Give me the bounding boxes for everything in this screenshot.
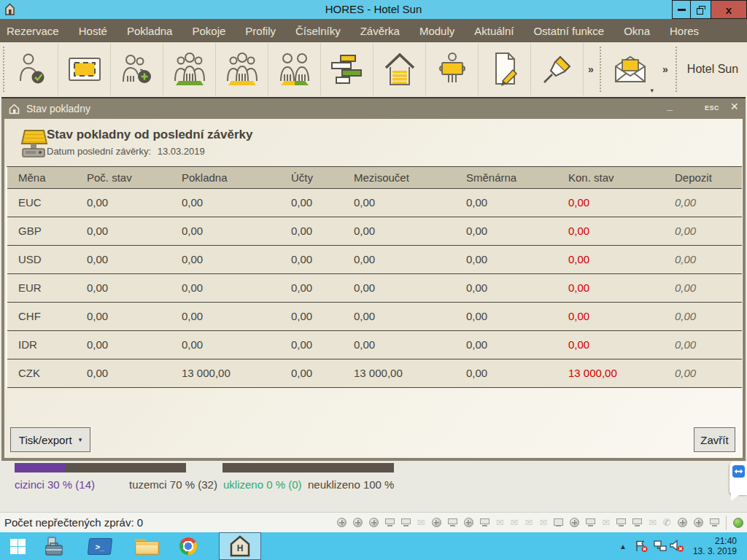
terminal-icon[interactable] [448,518,457,524]
window-close-button[interactable]: x [711,0,747,19]
dialog-body: Stav pokladny od poslední závěrky Datum … [4,119,743,458]
chrome-button[interactable] [179,537,197,555]
guest-card-button[interactable] [426,43,479,96]
cell-mezisoucet: 0,00 [354,246,375,273]
powershell-button[interactable]: >_ [88,538,112,554]
clock[interactable]: 21:40 13. 3. 2019 [684,536,737,556]
group-mixed-button[interactable] [268,43,321,96]
remote-support-widget[interactable] [729,462,747,495]
person-card-icon [438,52,467,87]
station-button-icon[interactable] [353,518,363,527]
menu-item-hores[interactable]: Hores [670,25,699,37]
phone-icon[interactable]: ✆ [663,518,671,527]
terminal-icon[interactable] [480,518,489,524]
tray-expand-button[interactable]: ▲ [617,541,629,551]
group-expected-button[interactable] [216,43,268,96]
tv-monitor-icon[interactable] [554,518,563,526]
mail-icon[interactable]: ✉ [417,518,425,527]
hotel-button[interactable] [374,43,426,96]
volume-button[interactable] [669,540,685,553]
table-row[interactable]: CHF 0,00 0,00 0,00 0,00 0,00 0,00 0,00 [7,302,742,330]
terminal-icon[interactable] [616,518,626,524]
station-button-icon[interactable] [678,518,687,527]
dialog-titlebar[interactable]: Stav pokladny _ ESC × [1,98,746,119]
cell-smenarna: 0,00 [466,359,487,387]
table-row[interactable]: EUC 0,00 0,00 0,00 0,00 0,00 0,00 0,00 [7,188,742,217]
add-group-button[interactable] [111,43,163,96]
cell-kon-stav: 0,00 [568,189,589,217]
network-status-button[interactable] [653,540,667,553]
hores-taskbar-button[interactable]: H [219,532,261,560]
col-header-mena: Měna [18,167,46,188]
station-button-icon[interactable] [694,518,703,527]
mail-icon[interactable]: ✉ [649,518,657,527]
server-manager-button[interactable] [42,537,66,556]
station-button-icon[interactable] [432,518,441,527]
cell-smenarna: 0,00 [466,274,487,302]
cell-depozit: 0,00 [675,359,696,387]
menu-item-ostatni-funkce[interactable]: Ostatní funkce [533,25,604,37]
menu-item-moduly[interactable]: Moduly [419,25,454,37]
toolbar-overflow-button-2[interactable]: » [658,43,673,96]
registration-card-button[interactable] [58,43,111,96]
mail-icon[interactable]: ✉ [511,518,519,527]
group-arrived-button[interactable] [163,43,216,96]
station-button-icon[interactable] [337,518,347,527]
menu-item-pokoje[interactable]: Pokoje [192,25,225,37]
guest-check-button[interactable] [6,43,58,96]
document-edit-icon [490,51,519,88]
mail-button[interactable]: ▾ [603,43,658,96]
table-row[interactable]: IDR 0,00 0,00 0,00 0,00 0,00 0,00 0,00 [7,330,742,359]
table-row[interactable]: CZK 0,00 13 000,00 0,00 13 000,00 0,00 1… [7,359,742,388]
dialog-house-icon [8,103,20,114]
station-button-icon[interactable] [464,518,473,527]
dialog-close-button[interactable]: × [730,99,738,114]
dialog-minimize-button[interactable]: _ [667,100,673,112]
dialog-esc-label[interactable]: ESC [705,104,719,112]
cell-depozit: 0,00 [675,331,696,359]
col-header-mezisoucet: Mezisoučet [354,167,409,188]
cell-depozit: 0,00 [675,303,696,330]
terminal-icon[interactable] [632,518,642,524]
window-minimize-button[interactable] [672,0,691,19]
menu-item-profily[interactable]: Profily [245,25,276,37]
mail-icon[interactable]: ✉ [539,518,547,527]
mail-dropdown-icon[interactable]: ▾ [650,87,654,94]
terminal-icon[interactable] [401,518,411,524]
toolbar-overflow-button-1[interactable]: » [584,43,598,96]
station-button-icon[interactable] [570,518,579,527]
menu-item-aktualni[interactable]: Aktuální [474,25,514,37]
menu-item-pokladna[interactable]: Pokladna [127,25,173,37]
menu-item-hoste[interactable]: Hosté [79,25,107,37]
pin-button[interactable] [531,43,584,96]
terminal-icon[interactable] [385,518,395,524]
table-row[interactable]: EUR 0,00 0,00 0,00 0,00 0,00 0,00 0,00 [7,273,742,302]
status-icon-row: ✉ ✉ ✉ ✉ ✉ ✉ ✉ ✆ [337,516,743,530]
edit-document-button[interactable] [479,43,531,96]
cell-currency: EUR [18,274,42,302]
terminal-icon[interactable] [710,518,719,524]
minimize-icon [678,9,686,11]
menu-item-okna[interactable]: Okna [624,25,650,37]
table-row[interactable]: GBP 0,00 0,00 0,00 0,00 0,00 0,00 0,00 [7,217,742,245]
menu-item-ciselniky[interactable]: Číselníky [295,25,341,37]
mail-icon[interactable]: ✉ [496,518,504,527]
window-restore-button[interactable] [690,0,711,19]
menu-item-zaverka[interactable]: Závěrka [360,25,400,37]
file-explorer-button[interactable] [134,538,159,555]
mail-icon[interactable]: ✉ [525,518,533,527]
menu-item-rezervace[interactable]: Rezervace [7,25,59,37]
print-export-button[interactable]: Tisk/export ▾ [10,427,90,452]
cell-currency: GBP [18,217,42,245]
table-row[interactable]: USD 0,00 0,00 0,00 0,00 0,00 0,00 0,00 [7,245,742,273]
start-button[interactable] [7,538,28,554]
planning-chart-button[interactable] [321,43,374,96]
action-center-flag-button[interactable] [634,540,649,553]
station-button-icon[interactable] [369,518,379,527]
clock-time: 21:40 [684,536,737,546]
terminal-icon[interactable] [586,518,595,524]
online-status-icon [733,518,743,528]
close-dialog-button[interactable]: Zavřít [694,427,735,452]
mail-icon[interactable]: ✉ [602,518,610,527]
cell-poc-stav: 0,00 [87,359,108,387]
